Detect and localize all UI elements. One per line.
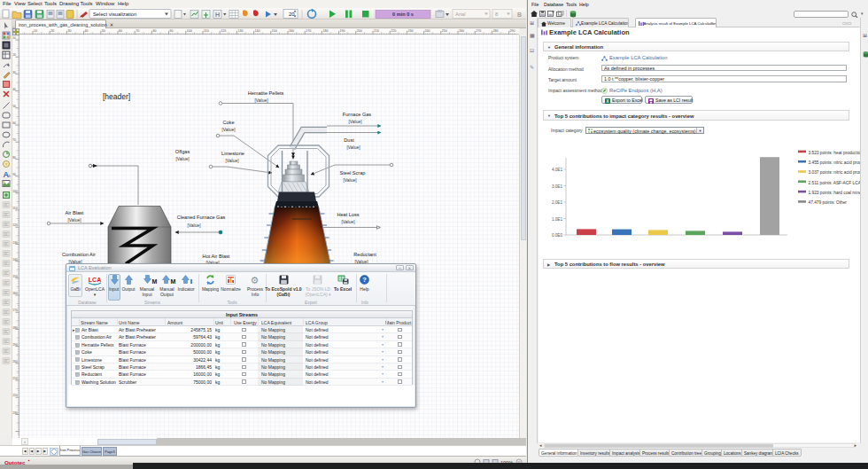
svg-text:3.455 points: nitric acid prod: 3.455 points: nitric acid produc	[809, 160, 861, 165]
svg-text:B: B	[517, 12, 522, 18]
svg-text:M: M	[152, 278, 158, 285]
svg-text:0 min 0 s: 0 min 0 s	[392, 12, 414, 17]
svg-text:[Value]: [Value]	[348, 119, 362, 124]
svg-text:[Value]: [Value]	[341, 219, 355, 224]
svg-text:60: 60	[119, 29, 122, 33]
svg-text:120: 120	[12, 223, 18, 227]
svg-text:100: 100	[187, 29, 192, 33]
svg-text:130: 130	[237, 29, 243, 33]
svg-text:3.0E1: 3.0E1	[552, 184, 562, 189]
svg-text:[Value]: [Value]	[343, 177, 357, 183]
svg-text:Hot Air Blast: Hot Air Blast	[203, 254, 230, 259]
svg-text:260: 260	[459, 29, 464, 33]
svg-text:180: 180	[322, 29, 328, 33]
svg-text:H: H	[215, 12, 220, 18]
svg-text:280: 280	[492, 29, 498, 33]
svg-text:2.511 points: ASF-ACF LCA Exa: 2.511 points: ASF-ACF LCA Exa	[809, 181, 861, 185]
svg-text:Heat Loss: Heat Loss	[337, 212, 359, 217]
svg-text:Coke: Coke	[222, 120, 234, 125]
svg-text:LCA: LCA	[89, 277, 101, 283]
svg-text:110: 110	[204, 29, 209, 33]
svg-text:30: 30	[12, 71, 16, 74]
svg-text:220: 220	[12, 394, 18, 397]
svg-text:100: 100	[12, 190, 18, 193]
svg-text:30: 30	[67, 29, 71, 33]
svg-text:Combustion Air: Combustion Air	[62, 252, 96, 257]
svg-text:230: 230	[12, 411, 18, 415]
svg-text:1.923 points: hard coal mine o: 1.923 points: hard coal mine o	[809, 191, 861, 195]
svg-text:200: 200	[357, 29, 362, 33]
svg-text:40: 40	[12, 88, 16, 91]
svg-text:290: 290	[510, 29, 515, 33]
svg-text:M: M	[171, 278, 176, 285]
svg-text:50: 50	[102, 29, 105, 33]
svg-text:[Value]: [Value]	[254, 98, 268, 103]
svg-text:230: 230	[407, 29, 413, 33]
svg-text:180: 180	[12, 326, 18, 330]
svg-text:130: 130	[12, 241, 18, 245]
svg-text:Arial: Arial	[455, 12, 466, 17]
svg-text:[header]: [header]	[103, 92, 130, 101]
svg-text:[Value]: [Value]	[187, 223, 201, 228]
svg-text:150: 150	[272, 29, 277, 33]
svg-text:210: 210	[374, 29, 379, 33]
svg-text:220: 220	[391, 29, 396, 33]
svg-text:Furnace Gas: Furnace Gas	[343, 112, 372, 117]
svg-text:I: I	[190, 278, 192, 285]
svg-text:X: X	[606, 98, 608, 103]
svg-text:a: a	[8, 173, 11, 178]
svg-text:Hematite Pellets: Hematite Pellets	[248, 90, 284, 96]
svg-text:250: 250	[442, 29, 447, 33]
svg-text:4.0E1: 4.0E1	[552, 168, 562, 172]
svg-text:80: 80	[152, 29, 156, 33]
svg-text:190: 190	[12, 343, 18, 347]
svg-text:270: 270	[476, 29, 481, 33]
svg-text:Reductant: Reductant	[353, 252, 376, 257]
svg-text:Steel Scrap: Steel Scrap	[340, 170, 366, 176]
svg-text:70: 70	[12, 138, 16, 142]
svg-text:Select visualization: Select visualization	[93, 12, 136, 17]
svg-text:80: 80	[12, 156, 16, 160]
svg-text:10: 10	[12, 36, 16, 40]
svg-text:140: 140	[12, 258, 18, 262]
svg-text:90: 90	[170, 29, 174, 33]
svg-text:170: 170	[306, 29, 311, 33]
svg-text:150: 150	[12, 275, 18, 278]
svg-text:2.0E1: 2.0E1	[552, 200, 562, 205]
svg-text:[Value]: [Value]	[225, 158, 239, 163]
svg-text:20: 20	[12, 53, 16, 57]
svg-text:90: 90	[12, 173, 16, 176]
svg-text:210: 210	[12, 377, 18, 380]
svg-text:Offgas: Offgas	[175, 149, 190, 154]
svg-text:8: 8	[495, 12, 498, 17]
svg-text:?: ?	[362, 276, 367, 284]
svg-text:[Value]: [Value]	[221, 127, 236, 132]
svg-text:[Value]: [Value]	[67, 217, 81, 223]
svg-text:10: 10	[34, 29, 37, 33]
svg-text:120: 120	[221, 29, 226, 33]
svg-text:20: 20	[50, 29, 54, 33]
svg-text:⚙: ⚙	[251, 275, 260, 285]
svg-text:200: 200	[12, 360, 18, 363]
svg-text:160: 160	[289, 29, 294, 33]
svg-text:3.523 points: heat production,: 3.523 points: heat production, at	[809, 151, 861, 155]
svg-text:Dust: Dust	[344, 137, 354, 143]
svg-text:Limestone: Limestone	[221, 151, 244, 156]
svg-text:110: 110	[12, 207, 18, 210]
svg-text:[Value]: [Value]	[346, 145, 360, 150]
svg-text:60: 60	[12, 121, 16, 125]
svg-text:0.0E0: 0.0E0	[552, 233, 562, 238]
svg-text:190: 190	[340, 29, 345, 33]
svg-text:160: 160	[12, 292, 18, 295]
svg-text:[Value]: [Value]	[175, 156, 190, 161]
svg-text:240: 240	[425, 29, 430, 33]
svg-text:50: 50	[12, 105, 16, 108]
svg-text:3.037 points: nitric acid prod: 3.037 points: nitric acid produc	[809, 170, 861, 175]
svg-text:70: 70	[136, 29, 139, 33]
svg-text:1.0E1: 1.0E1	[552, 217, 562, 222]
svg-text:40: 40	[85, 29, 89, 33]
svg-text:Cleaned Furnace Gas: Cleaned Furnace Gas	[177, 215, 226, 220]
svg-text:140: 140	[255, 29, 260, 33]
svg-text:Air Blast: Air Blast	[66, 210, 84, 215]
svg-text:47.479 points: Other: 47.479 points: Other	[809, 200, 848, 205]
